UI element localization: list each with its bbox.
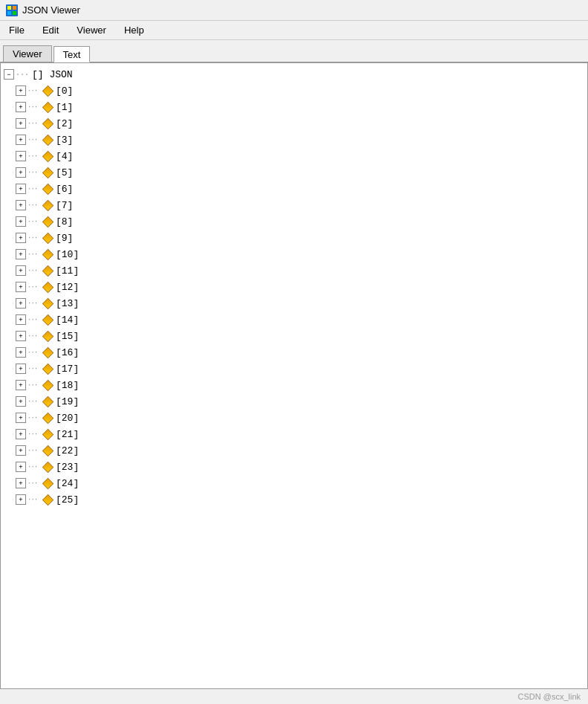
tree-row[interactable]: + ··· [9] xyxy=(1,230,587,246)
node-connector: ··· xyxy=(28,496,39,503)
app-icon xyxy=(6,4,18,16)
footer-text: CSDN @scx_link xyxy=(517,692,581,701)
node-expand-btn[interactable]: + xyxy=(16,396,26,407)
node-expand-btn[interactable]: + xyxy=(16,102,26,112)
root-connector: ··· xyxy=(16,71,30,79)
tree-row[interactable]: + ··· [1] xyxy=(1,99,587,115)
tree-row[interactable]: + ··· [23] xyxy=(1,459,587,475)
node-diamond-icon xyxy=(41,84,54,97)
tree-row[interactable]: + ··· [15] xyxy=(1,328,587,344)
node-connector: ··· xyxy=(28,365,39,372)
title-text: JSON Viewer xyxy=(22,4,80,16)
node-expand-btn[interactable]: + xyxy=(16,184,26,194)
tree-row[interactable]: + ··· [2] xyxy=(1,115,587,132)
tree-row[interactable]: + ··· [6] xyxy=(1,181,587,197)
node-expand-btn[interactable]: + xyxy=(16,282,26,292)
node-connector: ··· xyxy=(28,430,39,438)
title-bar: JSON Viewer xyxy=(0,0,588,21)
node-expand-btn[interactable]: + xyxy=(16,364,26,374)
node-expand-btn[interactable]: + xyxy=(16,478,26,488)
tree-row[interactable]: + ··· [18] xyxy=(1,377,587,393)
node-expand-btn[interactable]: + xyxy=(16,151,26,161)
tree-row[interactable]: + ··· [13] xyxy=(1,295,587,311)
tree-row[interactable]: + ··· [4] xyxy=(1,148,587,164)
node-expand-btn[interactable]: + xyxy=(16,85,26,96)
tree-row[interactable]: + ··· [10] xyxy=(1,246,587,262)
node-expand-btn[interactable]: + xyxy=(16,494,26,505)
tree-row[interactable]: + ··· [19] xyxy=(1,393,587,410)
node-expand-btn[interactable]: + xyxy=(16,233,26,243)
root-collapse-btn[interactable]: − xyxy=(4,69,14,80)
node-expand-btn[interactable]: + xyxy=(16,118,26,129)
node-diamond-icon xyxy=(41,493,54,506)
menu-help[interactable]: Help xyxy=(115,22,153,38)
node-expand-btn[interactable]: + xyxy=(16,249,26,259)
tree-row[interactable]: + ··· [0] xyxy=(1,83,587,99)
menu-viewer[interactable]: Viewer xyxy=(68,22,115,38)
node-diamond-icon xyxy=(41,329,54,343)
tree-row[interactable]: + ··· [11] xyxy=(1,262,587,279)
node-expand-btn[interactable]: + xyxy=(16,216,26,227)
tree-row[interactable]: + ··· [24] xyxy=(1,475,587,491)
tree-row[interactable]: + ··· [20] xyxy=(1,410,587,426)
tree-row[interactable]: + ··· [8] xyxy=(1,213,587,230)
node-expand-btn[interactable]: + xyxy=(16,200,26,210)
node-expand-btn[interactable]: + xyxy=(16,462,26,472)
node-connector: ··· xyxy=(28,447,39,454)
node-expand-btn[interactable]: + xyxy=(16,298,26,309)
tree-row[interactable]: + ··· [21] xyxy=(1,426,587,442)
tree-row[interactable]: + ··· [22] xyxy=(1,442,587,459)
node-diamond-icon xyxy=(41,248,54,261)
node-index-label: [7] xyxy=(56,200,73,211)
node-diamond-icon xyxy=(41,477,54,490)
node-expand-btn[interactable]: + xyxy=(16,331,26,341)
node-connector: ··· xyxy=(28,267,39,274)
node-connector: ··· xyxy=(28,218,39,225)
svg-rect-4 xyxy=(13,11,16,15)
node-index-label: [25] xyxy=(56,494,79,506)
node-diamond-icon xyxy=(41,133,54,146)
tree-row[interactable]: + ··· [5] xyxy=(1,164,587,181)
node-diamond-icon xyxy=(41,149,54,163)
menu-edit[interactable]: Edit xyxy=(33,22,68,38)
node-expand-btn[interactable]: + xyxy=(16,380,26,390)
node-expand-btn[interactable]: + xyxy=(16,167,26,178)
tree-row[interactable]: + ··· [25] xyxy=(1,491,587,508)
tree-row[interactable]: + ··· [3] xyxy=(1,132,587,148)
tree-row[interactable]: + ··· [12] xyxy=(1,279,587,295)
node-diamond-icon xyxy=(41,198,54,212)
svg-rect-2 xyxy=(13,6,16,10)
footer: CSDN @scx_link xyxy=(517,692,581,701)
node-expand-btn[interactable]: + xyxy=(16,445,26,456)
node-expand-btn[interactable]: + xyxy=(16,429,26,439)
tab-viewer[interactable]: Viewer xyxy=(3,45,52,62)
content-area[interactable]: − ··· [] JSON + ··· [0] + ··· [1] + ··· … xyxy=(0,62,588,689)
node-expand-btn[interactable]: + xyxy=(16,265,26,276)
tree-row[interactable]: + ··· [14] xyxy=(1,311,587,328)
node-expand-btn[interactable]: + xyxy=(16,314,26,325)
node-index-label: [17] xyxy=(56,364,79,375)
tree-row[interactable]: + ··· [7] xyxy=(1,197,587,213)
node-index-label: [23] xyxy=(56,462,79,473)
tree-row[interactable]: + ··· [16] xyxy=(1,344,587,361)
node-expand-btn[interactable]: + xyxy=(16,413,26,423)
node-index-label: [15] xyxy=(56,331,79,342)
node-index-label: [12] xyxy=(56,282,79,293)
node-diamond-icon xyxy=(41,460,54,474)
node-connector: ··· xyxy=(28,169,39,176)
node-connector: ··· xyxy=(28,414,39,422)
node-connector: ··· xyxy=(28,332,39,340)
node-connector: ··· xyxy=(28,103,39,111)
menu-file[interactable]: File xyxy=(0,22,33,38)
node-expand-btn[interactable]: + xyxy=(16,135,26,145)
node-diamond-icon xyxy=(41,166,54,179)
node-connector: ··· xyxy=(28,300,39,307)
tree-row[interactable]: + ··· [17] xyxy=(1,361,587,377)
node-diamond-icon xyxy=(41,117,54,130)
tree-root[interactable]: − ··· [] JSON xyxy=(1,66,587,83)
node-index-label: [0] xyxy=(56,85,73,97)
node-diamond-icon xyxy=(41,215,54,228)
menu-bar: File Edit Viewer Help xyxy=(0,21,588,40)
tab-text[interactable]: Text xyxy=(54,46,91,62)
node-expand-btn[interactable]: + xyxy=(16,347,26,358)
